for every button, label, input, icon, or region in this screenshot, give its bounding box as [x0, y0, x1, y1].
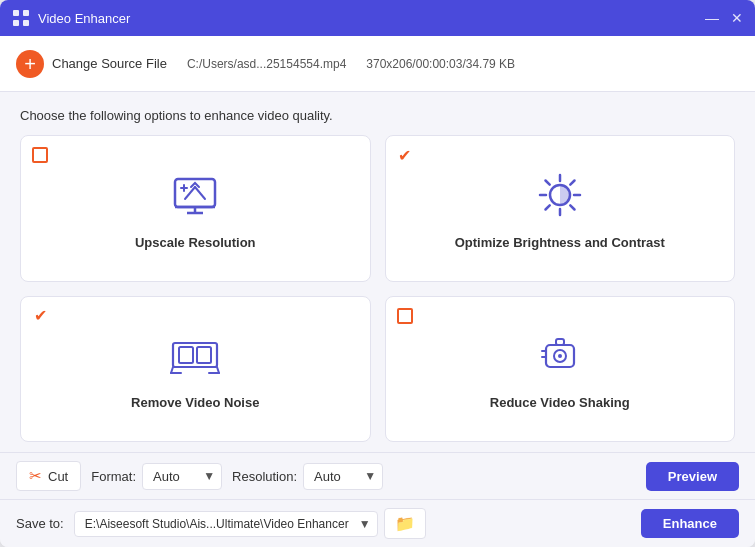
save-path-select[interactable]: E:\Aiseesoft Studio\Ais...Ultimate\Video… [74, 511, 378, 537]
noise-label: Remove Video Noise [131, 395, 259, 410]
title-bar: Video Enhancer — ✕ [0, 0, 755, 36]
svg-point-30 [558, 354, 562, 358]
svg-line-20 [545, 205, 549, 209]
brightness-label: Optimize Brightness and Contrast [455, 235, 665, 250]
format-select-wrapper: Auto MP4 AVI MKV MOV ▼ [142, 463, 222, 490]
resolution-label: Resolution: [232, 469, 297, 484]
file-meta: 370x206/00:00:03/34.79 KB [366, 57, 515, 71]
option-upscale[interactable]: Upscale Resolution [20, 135, 371, 282]
window-controls: — ✕ [705, 10, 743, 26]
brightness-checkbox[interactable]: ✔ [396, 146, 414, 164]
noise-checkbox[interactable]: ✔ [31, 307, 49, 325]
cut-label: Cut [48, 469, 68, 484]
bottom-bar: ✂ Cut Format: Auto MP4 AVI MKV MOV ▼ Res… [0, 452, 755, 499]
cut-button[interactable]: ✂ Cut [16, 461, 81, 491]
resolution-select[interactable]: Auto 360p 480p 720p 1080p [303, 463, 383, 490]
minimize-button[interactable]: — [705, 10, 719, 26]
shaking-checkbox[interactable] [396, 307, 414, 325]
toolbar: + Change Source File C:/Users/asd...2515… [0, 36, 755, 92]
upscale-checkbox[interactable] [31, 146, 49, 164]
svg-line-19 [570, 180, 574, 184]
svg-rect-1 [23, 10, 29, 16]
checked-icon: ✔ [34, 306, 47, 325]
browse-folder-button[interactable]: 📁 [384, 508, 426, 539]
main-content: Choose the following options to enhance … [0, 92, 755, 452]
upscale-label: Upscale Resolution [135, 235, 256, 250]
svg-rect-23 [197, 347, 211, 363]
svg-rect-3 [23, 20, 29, 26]
options-grid: Upscale Resolution ✔ [20, 135, 735, 442]
shaking-label: Reduce Video Shaking [490, 395, 630, 410]
noise-icon [169, 329, 221, 385]
save-bar: Save to: E:\Aiseesoft Studio\Ais...Ultim… [0, 499, 755, 547]
folder-icon: 📁 [395, 515, 415, 532]
format-select[interactable]: Auto MP4 AVI MKV MOV [142, 463, 222, 490]
option-brightness[interactable]: ✔ Optimize Br [385, 135, 736, 282]
shaking-icon [534, 329, 586, 385]
app-window: Video Enhancer — ✕ + Change Source File … [0, 0, 755, 547]
option-noise[interactable]: ✔ Remove Video Noise [20, 296, 371, 443]
svg-rect-2 [13, 20, 19, 26]
change-source-label: Change Source File [52, 56, 167, 71]
plus-icon: + [16, 50, 44, 78]
upscale-icon [169, 169, 221, 225]
change-source-button[interactable]: + Change Source File [16, 50, 167, 78]
cut-icon: ✂ [29, 467, 42, 485]
checked-icon: ✔ [398, 146, 411, 165]
enhance-button[interactable]: Enhance [641, 509, 739, 538]
brightness-icon [534, 169, 586, 225]
close-button[interactable]: ✕ [731, 10, 743, 26]
svg-line-9 [195, 187, 205, 199]
svg-line-17 [545, 180, 549, 184]
app-icon [12, 9, 30, 27]
option-shaking[interactable]: Reduce Video Shaking [385, 296, 736, 443]
save-path-select-wrapper: E:\Aiseesoft Studio\Ais...Ultimate\Video… [74, 511, 378, 537]
svg-rect-0 [13, 10, 19, 16]
file-path: C:/Users/asd...25154554.mp4 [187, 57, 346, 71]
resolution-select-wrapper: Auto 360p 480p 720p 1080p ▼ [303, 463, 383, 490]
svg-line-18 [570, 205, 574, 209]
preview-button[interactable]: Preview [646, 462, 739, 491]
resolution-group: Resolution: Auto 360p 480p 720p 1080p ▼ [232, 463, 383, 490]
instructions-text: Choose the following options to enhance … [20, 108, 735, 123]
format-group: Format: Auto MP4 AVI MKV MOV ▼ [91, 463, 222, 490]
save-path-wrapper: E:\Aiseesoft Studio\Ais...Ultimate\Video… [74, 508, 426, 539]
window-title: Video Enhancer [38, 11, 705, 26]
save-to-label: Save to: [16, 516, 64, 531]
svg-rect-31 [556, 339, 564, 345]
format-label: Format: [91, 469, 136, 484]
svg-rect-22 [179, 347, 193, 363]
